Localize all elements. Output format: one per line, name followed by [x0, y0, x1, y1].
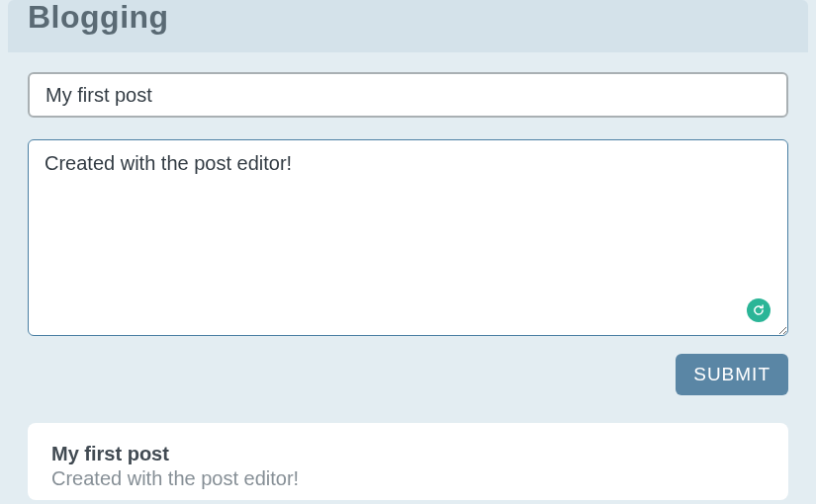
- submit-row: SUBMIT: [28, 354, 788, 395]
- post-body-textarea[interactable]: [28, 139, 788, 336]
- post-card-body: Created with the post editor!: [51, 467, 765, 490]
- page-title: Blogging: [28, 0, 788, 35]
- post-card: My first post Created with the post edit…: [28, 423, 788, 500]
- submit-button[interactable]: SUBMIT: [676, 354, 788, 395]
- post-title-input[interactable]: [28, 72, 788, 118]
- page-frame: Blogging SUBMIT My first post Created wi…: [0, 0, 816, 504]
- post-form: SUBMIT My first post Created with the po…: [8, 52, 808, 504]
- post-card-title: My first post: [51, 443, 765, 465]
- post-body-wrapper: [28, 139, 788, 340]
- page-header: Blogging: [8, 0, 808, 52]
